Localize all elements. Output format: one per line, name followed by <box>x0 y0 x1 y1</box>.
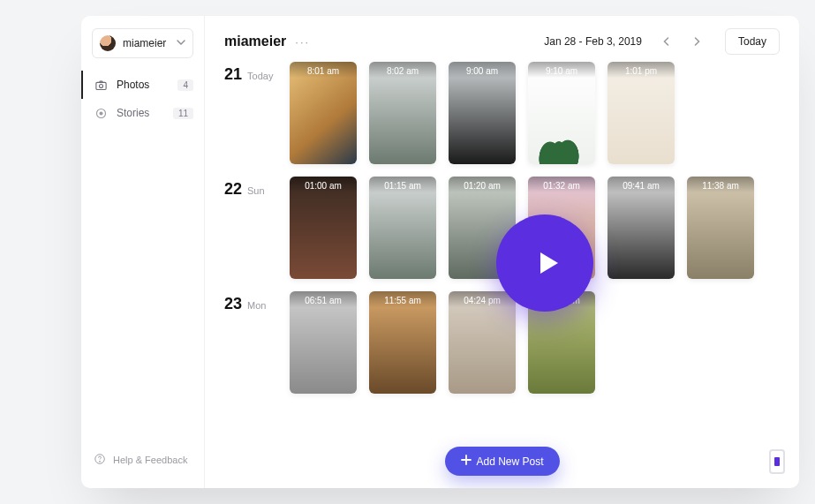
post-card[interactable]: 01:00 am <box>290 177 357 279</box>
day-name: Mon <box>247 300 266 311</box>
header: miameier ··· Jan 28 - Feb 3, 2019 Today <box>224 28 780 55</box>
page-title: miameier <box>224 34 286 49</box>
camera-icon <box>94 78 108 92</box>
sidebar-nav: Photos 4 Stories 11 <box>81 71 204 127</box>
post-time: 04:24 pm <box>449 291 516 314</box>
days-list: 21Today8:01 am8:02 am9:00 am9:10 am1:01 … <box>224 62 780 394</box>
post-time: 9:10 am <box>528 62 595 85</box>
post-cards: 8:01 am8:02 am9:00 am9:10 am1:01 pm <box>290 62 675 164</box>
badge: 4 <box>177 79 193 91</box>
post-time: 01:15 am <box>369 177 436 199</box>
help-icon <box>94 453 106 467</box>
post-time: 1:01 pm <box>607 62 675 85</box>
post-card[interactable]: 09:41 am <box>607 177 675 279</box>
post-card[interactable]: 8:02 am <box>369 62 436 164</box>
chevron-down-icon <box>177 37 185 49</box>
post-card[interactable]: 9:00 am <box>449 62 516 164</box>
main-content: miameier ··· Jan 28 - Feb 3, 2019 Today … <box>205 16 799 488</box>
next-week-button[interactable] <box>686 31 707 52</box>
day-name: Today <box>247 71 273 81</box>
sidebar-item-label: Stories <box>117 107 149 119</box>
prev-week-button[interactable] <box>656 31 677 52</box>
day-label: 21Today <box>224 62 277 84</box>
post-card[interactable]: 1:01 pm <box>607 62 675 164</box>
badge: 11 <box>173 108 193 119</box>
account-name: miameier <box>123 37 166 49</box>
post-time: 11:55 am <box>369 291 436 314</box>
day-row: 23Mon06:51 am11:55 am04:24 pm07:52 pm <box>224 291 780 394</box>
sidebar-item-stories[interactable]: Stories 11 <box>81 99 204 127</box>
plus-icon <box>460 455 471 468</box>
post-card[interactable]: 8:01 am <box>290 62 357 164</box>
day-name: Sun <box>247 185 265 196</box>
sidebar: miameier Photos 4 Stories 11 <box>81 16 205 488</box>
date-range: Jan 28 - Feb 3, 2019 <box>544 35 642 48</box>
post-card[interactable]: 04:24 pm <box>449 291 516 394</box>
post-time: 01:32 am <box>528 177 595 199</box>
post-time: 01:00 am <box>290 177 357 199</box>
day-number: 23 <box>224 295 242 313</box>
day-label: 22Sun <box>224 177 277 199</box>
day-row: 21Today8:01 am8:02 am9:00 am9:10 am1:01 … <box>224 62 780 164</box>
svg-point-1 <box>99 84 102 87</box>
day-label: 23Mon <box>224 291 277 313</box>
sidebar-item-label: Photos <box>117 79 149 91</box>
today-button[interactable]: Today <box>725 28 780 55</box>
help-label: Help & Feedback <box>113 455 187 465</box>
post-time: 01:20 am <box>449 177 516 199</box>
post-time: 09:41 am <box>607 177 675 199</box>
sidebar-item-photos[interactable]: Photos 4 <box>81 71 204 99</box>
post-time: 8:01 am <box>290 62 357 85</box>
account-switcher[interactable]: miameier <box>92 28 193 58</box>
post-time: 06:51 am <box>290 291 357 314</box>
svg-point-3 <box>100 112 102 115</box>
stories-icon <box>94 106 108 120</box>
phone-preview-button[interactable] <box>769 449 785 474</box>
play-button[interactable] <box>496 214 593 312</box>
post-card[interactable]: 9:10 am <box>528 62 595 164</box>
more-menu[interactable]: ··· <box>295 35 310 49</box>
post-time: 11:38 am <box>687 177 754 199</box>
add-post-label: Add New Post <box>476 455 543 468</box>
app-window: miameier Photos 4 Stories 11 <box>81 16 799 488</box>
add-new-post-button[interactable]: Add New Post <box>444 447 559 476</box>
post-time: 8:02 am <box>369 62 436 85</box>
svg-rect-0 <box>95 82 105 89</box>
help-feedback-link[interactable]: Help & Feedback <box>81 444 204 476</box>
post-card[interactable]: 01:15 am <box>369 177 436 279</box>
avatar <box>100 35 116 51</box>
svg-point-5 <box>100 461 101 462</box>
post-time: 9:00 am <box>449 62 516 85</box>
day-number: 22 <box>224 180 242 199</box>
post-card[interactable]: 11:38 am <box>687 177 754 279</box>
post-card[interactable]: 06:51 am <box>290 291 357 394</box>
post-card[interactable]: 11:55 am <box>369 291 436 394</box>
day-number: 21 <box>224 65 242 84</box>
